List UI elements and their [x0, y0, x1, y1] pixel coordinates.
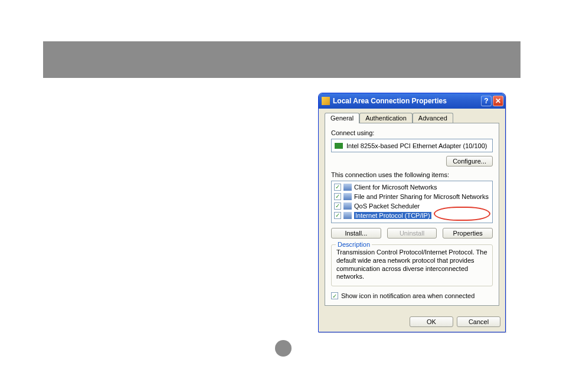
client-icon [343, 184, 352, 191]
item-label: Client for Microsoft Networks [354, 184, 437, 191]
list-item[interactable]: QoS Packet Scheduler [332, 201, 492, 211]
tab-advanced[interactable]: Advanced [413, 113, 453, 123]
cancel-button[interactable]: Cancel [457, 316, 500, 327]
close-button[interactable]: ✕ [493, 96, 503, 106]
dialog-footer: OK Cancel [319, 312, 505, 332]
checkbox-icon[interactable] [334, 193, 341, 200]
notify-label: Show icon in notification area when conn… [341, 292, 474, 299]
checkbox-icon[interactable] [334, 212, 341, 219]
tab-authentication[interactable]: Authentication [359, 113, 413, 123]
checkbox-icon[interactable] [334, 184, 341, 191]
uninstall-button: Uninstall [387, 228, 437, 239]
item-label: QoS Packet Scheduler [354, 202, 420, 210]
description-text: Transmission Control Protocol/Internet P… [336, 249, 487, 281]
tab-strip: General Authentication Advanced [325, 113, 499, 123]
window-title: Local Area Connection Properties [333, 97, 480, 105]
page-banner [43, 41, 521, 78]
page-number-circle [275, 340, 292, 357]
install-button[interactable]: Install... [331, 228, 381, 239]
configure-button[interactable]: Configure... [446, 156, 493, 166]
item-label: File and Printer Sharing for Microsoft N… [354, 193, 489, 200]
tab-panel-general: Connect using: Intel 8255x-based PCI Eth… [325, 123, 499, 306]
connection-items-list[interactable]: Client for Microsoft Networks File and P… [331, 181, 493, 223]
service-icon [343, 202, 352, 210]
connect-using-label: Connect using: [331, 129, 493, 136]
connection-properties-dialog: Local Area Connection Properties ? ✕ Gen… [318, 93, 506, 332]
notify-row[interactable]: Show icon in notification area when conn… [331, 292, 493, 299]
adapter-name: Intel 8255x-based PCI Ethernet Adapter (… [346, 142, 487, 149]
tab-general[interactable]: General [325, 113, 359, 123]
dialog-body: General Authentication Advanced Connect … [319, 109, 505, 312]
adapter-field[interactable]: Intel 8255x-based PCI Ethernet Adapter (… [331, 139, 493, 152]
properties-button[interactable]: Properties [443, 228, 493, 239]
items-label: This connection uses the following items… [331, 171, 493, 178]
nic-icon [335, 143, 343, 149]
ok-button[interactable]: OK [410, 316, 453, 327]
list-item[interactable]: Internet Protocol (TCP/IP) [332, 211, 492, 220]
service-icon [343, 193, 352, 200]
titlebar[interactable]: Local Area Connection Properties ? ✕ [319, 93, 505, 109]
list-item[interactable]: File and Printer Sharing for Microsoft N… [332, 192, 492, 201]
network-icon [322, 97, 330, 105]
item-label: Internet Protocol (TCP/IP) [354, 212, 431, 219]
notify-checkbox[interactable] [331, 292, 338, 299]
list-item[interactable]: Client for Microsoft Networks [332, 182, 492, 192]
item-buttons-row: Install... Uninstall Properties [331, 228, 493, 239]
protocol-icon [343, 212, 352, 219]
description-legend: Description [336, 241, 372, 248]
help-button[interactable]: ? [481, 96, 492, 106]
description-group: Description Transmission Control Protoco… [331, 244, 493, 286]
checkbox-icon[interactable] [334, 202, 341, 210]
